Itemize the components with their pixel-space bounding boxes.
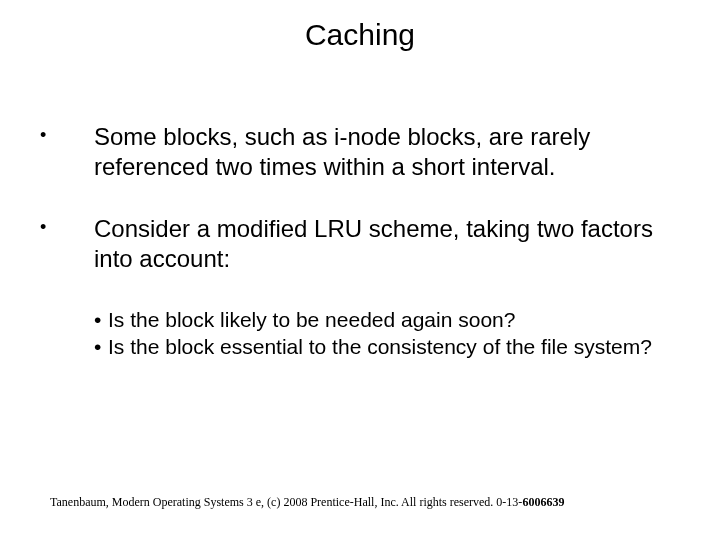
slide-body: • Some blocks, such as i-node blocks, ar… xyxy=(40,122,680,361)
bullet-dot-icon: • xyxy=(40,122,94,147)
bullet-dot-icon: • xyxy=(94,306,108,333)
sub-bullet-item: • Is the block essential to the consiste… xyxy=(94,333,680,360)
sub-bullet-group: • Is the block likely to be needed again… xyxy=(94,306,680,361)
slide-footer: Tanenbaum, Modern Operating Systems 3 e,… xyxy=(50,495,564,510)
slide: Caching • Some blocks, such as i-node bl… xyxy=(0,0,720,540)
bullet-text: Some blocks, such as i-node blocks, are … xyxy=(94,122,680,182)
sub-bullet-text: Is the block essential to the consistenc… xyxy=(108,333,680,360)
slide-title: Caching xyxy=(0,18,720,52)
bullet-item: • Consider a modified LRU scheme, taking… xyxy=(40,214,680,274)
sub-bullet-item: • Is the block likely to be needed again… xyxy=(94,306,680,333)
bullet-dot-icon: • xyxy=(94,333,108,360)
footer-text: Tanenbaum, Modern Operating Systems 3 e,… xyxy=(50,495,522,509)
sub-bullet-text: Is the block likely to be needed again s… xyxy=(108,306,680,333)
footer-isbn-tail: 6006639 xyxy=(522,495,564,509)
bullet-text: Consider a modified LRU scheme, taking t… xyxy=(94,214,680,274)
bullet-item: • Some blocks, such as i-node blocks, ar… xyxy=(40,122,680,182)
bullet-dot-icon: • xyxy=(40,214,94,239)
